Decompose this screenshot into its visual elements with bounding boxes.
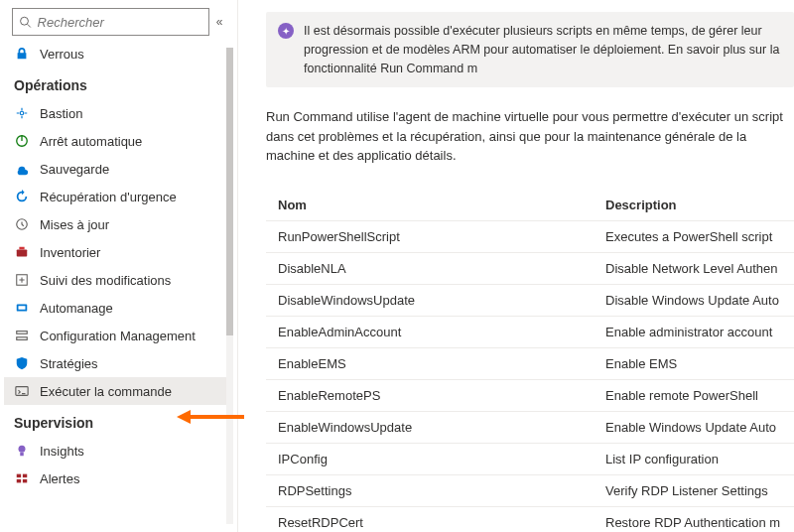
sidebar-item-label: Automanage: [40, 301, 113, 316]
table-row[interactable]: EnableEMSEnable EMS: [266, 347, 794, 379]
table-row[interactable]: EnableRemotePSEnable remote PowerShell: [266, 379, 794, 411]
bastion-icon: [14, 105, 30, 121]
sidebar-scrollbar[interactable]: [226, 48, 233, 524]
sidebar-item-verrous[interactable]: Verrous: [4, 40, 233, 67]
inventory-icon: [14, 244, 30, 260]
lock-icon: [14, 46, 30, 62]
col-header-name[interactable]: Nom: [266, 190, 594, 221]
table-row[interactable]: DisableNLADisable Network Level Authen: [266, 252, 794, 284]
power-icon: [14, 133, 30, 149]
backup-icon: [14, 161, 30, 177]
svg-rect-15: [20, 453, 24, 457]
svg-rect-6: [17, 249, 28, 256]
insights-icon: [14, 443, 30, 459]
search-input[interactable]: [38, 15, 202, 30]
sidebar-scrollbar-thumb[interactable]: [226, 48, 233, 335]
run-command-icon: [14, 383, 30, 399]
sidebar-item-label: Verrous: [40, 47, 84, 62]
intro-text: Run Command utilise l'agent de machine v…: [266, 107, 794, 166]
svg-point-14: [19, 446, 26, 453]
table-row[interactable]: EnableWindowsUpdateEnable Windows Update…: [266, 411, 794, 443]
sidebar-item-insights[interactable]: Insights: [4, 437, 233, 465]
svg-rect-7: [19, 247, 24, 250]
sidebar-item-label: Récupération d'urgence: [40, 190, 177, 204]
sidebar-item-label: Bastion: [40, 106, 82, 121]
sidebar-item-executer-commande[interactable]: Exécuter la commande: [4, 377, 233, 405]
svg-rect-16: [17, 474, 21, 478]
sidebar-item-inventorier[interactable]: Inventorier: [4, 238, 233, 266]
automanage-icon: [14, 300, 30, 316]
config-icon: [14, 328, 30, 343]
sidebar-item-label: Stratégies: [40, 356, 98, 371]
sidebar-item-label: Mises à jour: [40, 217, 109, 232]
sidebar-item-strategies[interactable]: Stratégies: [4, 349, 233, 377]
search-icon: [19, 15, 32, 29]
sidebar-item-label: Alertes: [40, 471, 79, 486]
table-row[interactable]: IPConfigList IP configuration: [266, 443, 794, 474]
table-row[interactable]: ResetRDPCertRestore RDP Authentication m: [266, 506, 794, 532]
sidebar-item-mises-a-jour[interactable]: Mises à jour: [4, 210, 233, 238]
sidebar-item-arret-automatique[interactable]: Arrêt automatique: [4, 127, 233, 155]
sidebar-item-recuperation[interactable]: Récupération d'urgence: [4, 183, 233, 210]
main-panel: ✦ Il est désormais possible d'exécuter p…: [238, 0, 794, 532]
recovery-icon: [14, 189, 30, 204]
info-icon: ✦: [278, 23, 294, 39]
sidebar-item-label: Suivi des modifications: [40, 273, 171, 288]
info-banner: ✦ Il est désormais possible d'exécuter p…: [266, 12, 794, 87]
updates-icon: [14, 216, 30, 232]
sidebar-item-suivi-modifications[interactable]: Suivi des modifications: [4, 266, 233, 294]
svg-rect-17: [23, 474, 27, 478]
banner-text: Il est désormais possible d'exécuter plu…: [304, 22, 782, 77]
svg-rect-10: [19, 306, 26, 310]
sidebar-item-label: Exécuter la commande: [40, 384, 172, 399]
sidebar-item-label: Arrêt automatique: [40, 134, 142, 149]
command-table: Nom Description RunPowerShellScriptExecu…: [266, 190, 794, 532]
svg-rect-12: [17, 337, 28, 340]
change-tracking-icon: [14, 272, 30, 288]
sidebar: « Verrous Opérations Bastion Arrêt autom…: [0, 0, 238, 532]
svg-rect-11: [17, 332, 28, 334]
section-header-supervision: Supervision: [4, 405, 233, 437]
svg-point-0: [21, 17, 29, 25]
table-row[interactable]: RDPSettingsVerify RDP Listener Settings: [266, 474, 794, 506]
sidebar-item-config-management[interactable]: Configuration Management: [4, 322, 233, 349]
sidebar-item-alertes[interactable]: Alertes: [4, 465, 233, 492]
sidebar-item-bastion[interactable]: Bastion: [4, 99, 233, 127]
col-header-description[interactable]: Description: [594, 190, 794, 221]
sidebar-item-label: Sauvegarde: [40, 162, 109, 177]
svg-point-2: [20, 111, 24, 115]
policy-icon: [14, 355, 30, 371]
collapse-sidebar-button[interactable]: «: [209, 15, 229, 29]
sidebar-item-automanage[interactable]: Automanage: [4, 294, 233, 322]
table-row[interactable]: DisableWindowsUpdateDisable Windows Upda…: [266, 284, 794, 316]
sidebar-item-label: Inventorier: [40, 245, 100, 260]
table-row[interactable]: EnableAdminAccountEnable administrator a…: [266, 316, 794, 347]
search-box[interactable]: [12, 8, 209, 36]
section-header-operations: Opérations: [4, 67, 233, 99]
sidebar-item-label: Insights: [40, 444, 84, 459]
alerts-icon: [14, 470, 30, 486]
table-row[interactable]: RunPowerShellScriptExecutes a PowerShell…: [266, 220, 794, 252]
svg-rect-18: [17, 479, 21, 483]
svg-line-1: [28, 24, 31, 27]
sidebar-item-sauvegarde[interactable]: Sauvegarde: [4, 155, 233, 183]
sidebar-item-label: Configuration Management: [40, 329, 196, 343]
svg-rect-19: [23, 479, 27, 483]
